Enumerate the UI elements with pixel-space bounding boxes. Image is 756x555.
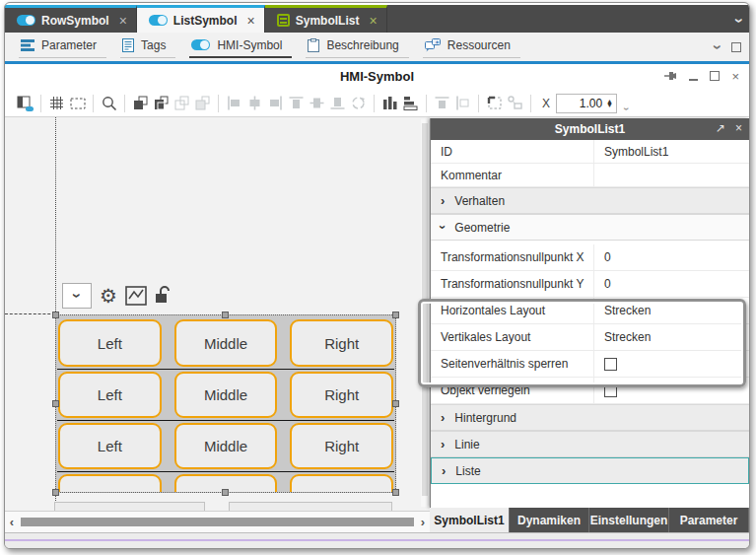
symbol-button[interactable]: Right xyxy=(290,319,393,367)
maximize-panel-icon[interactable] xyxy=(731,42,741,52)
minimize-icon[interactable] xyxy=(689,79,698,81)
tab-overflow-chevron-icon[interactable] xyxy=(736,12,741,30)
selection-handle-nw[interactable] xyxy=(52,312,59,318)
canvas-vertical-scrollbar[interactable] xyxy=(421,119,429,507)
scroll-left-arrow-icon[interactable]: ‹ xyxy=(5,515,19,529)
align-top-icon[interactable] xyxy=(286,94,307,113)
svg-text:✶: ✶ xyxy=(435,39,440,45)
selection-handle-ne[interactable] xyxy=(392,312,399,318)
toolbar-overflow-chevron-icon[interactable] xyxy=(625,104,628,116)
property-value[interactable]: SymbolList1 xyxy=(593,140,749,163)
close-icon[interactable] xyxy=(247,14,255,28)
zoom-icon[interactable] xyxy=(99,94,119,113)
tab-hmi-symbol[interactable]: HMI-Symbol xyxy=(189,36,292,58)
close-icon[interactable] xyxy=(119,14,127,28)
pop-out-icon[interactable] xyxy=(716,121,725,135)
panel-bottom-tabs: SymbolList1 Dynamiken Einstellungen Para… xyxy=(430,508,749,532)
send-backward-icon[interactable] xyxy=(172,94,192,113)
selection-handle-e[interactable] xyxy=(392,400,399,407)
spinner-arrows-icon[interactable]: ▲▼ xyxy=(606,100,613,107)
section-geometrie[interactable]: Geometrie xyxy=(431,214,749,241)
selection-handle-sw[interactable] xyxy=(52,489,59,496)
close-icon[interactable] xyxy=(731,70,739,83)
tab-beschreibung[interactable]: Beschreibung xyxy=(306,36,408,58)
tab-dynamiken[interactable]: Dynamiken xyxy=(510,508,589,532)
toggle-icon xyxy=(191,39,210,50)
rotate-icon[interactable] xyxy=(348,94,369,113)
group-icon[interactable] xyxy=(505,94,525,113)
match-width-icon[interactable] xyxy=(432,94,452,113)
pin-icon[interactable] xyxy=(663,69,677,83)
property-value[interactable]: Strecken xyxy=(593,298,749,323)
scrollbar-thumb[interactable] xyxy=(21,518,414,526)
maximize-icon[interactable] xyxy=(710,71,720,81)
grid-icon[interactable] xyxy=(46,94,67,113)
property-row-kommentar: Kommentar xyxy=(431,164,749,187)
bring-to-front-icon[interactable] xyxy=(130,94,151,113)
design-canvas[interactable]: ⚙ Left Middle Right xyxy=(5,117,430,511)
distribute-horizontal-icon[interactable] xyxy=(379,94,400,113)
tab-parameter[interactable]: Parameter xyxy=(19,36,106,58)
document-tab-symbollist[interactable]: SymbolList xyxy=(265,5,387,33)
symbol-button[interactable]: Middle xyxy=(174,372,278,418)
selection-handle-s[interactable] xyxy=(222,489,229,496)
lock-aspect-ratio-checkbox[interactable] xyxy=(604,358,617,371)
section-label: Linie xyxy=(454,438,479,451)
screenshot-stage: RowSymbol ListSymbol SymbolList Param xyxy=(0,0,756,555)
chevron-right-icon xyxy=(441,437,445,451)
selection-handle-n[interactable] xyxy=(222,312,229,318)
dynamics-trend-icon[interactable] xyxy=(125,286,147,306)
unlock-icon[interactable] xyxy=(155,285,172,307)
symbol-button[interactable]: Left xyxy=(58,319,162,367)
align-right-icon[interactable] xyxy=(265,94,286,113)
close-icon[interactable] xyxy=(735,121,742,135)
close-icon[interactable] xyxy=(369,14,377,28)
tab-parameter-bottom[interactable]: Parameter xyxy=(669,508,749,532)
object-dropdown[interactable] xyxy=(62,283,92,309)
symbol-button[interactable]: Right xyxy=(290,423,393,469)
gear-icon[interactable]: ⚙ xyxy=(100,286,117,306)
property-value[interactable]: 0 xyxy=(593,271,749,297)
selection-frame-icon[interactable] xyxy=(67,94,88,113)
tab-symbollist1[interactable]: SymbolList1 xyxy=(430,508,510,532)
property-value[interactable] xyxy=(593,164,749,186)
chevron-down-icon[interactable] xyxy=(715,38,720,56)
symbol-button[interactable]: Middle xyxy=(174,319,278,367)
tab-einstellungen[interactable]: Einstellungen xyxy=(589,508,669,532)
match-height-icon[interactable] xyxy=(452,94,473,113)
selected-symbol-list[interactable]: Left Middle Right Left Middle Right Left… xyxy=(55,314,396,493)
section-liste[interactable]: Liste xyxy=(431,457,749,484)
symbol-button[interactable]: Right xyxy=(290,474,393,492)
symbol-button[interactable]: Right xyxy=(290,372,393,418)
tab-ressourcen[interactable]: ✶ Ressourcen xyxy=(423,36,520,58)
tab-label: Tags xyxy=(141,38,166,52)
section-hintergrund[interactable]: Hintergrund xyxy=(431,404,749,431)
distribute-vertical-icon[interactable] xyxy=(400,94,421,113)
align-center-vertical-icon[interactable] xyxy=(244,94,265,113)
property-value[interactable]: Strecken xyxy=(593,324,749,350)
section-verhalten[interactable]: Verhalten xyxy=(431,187,749,214)
property-value[interactable]: 0 xyxy=(593,244,749,270)
canvas-horizontal-scrollbar[interactable]: ‹ › xyxy=(5,511,430,532)
zoom-factor-spinner[interactable]: 1.00 ▲▼ xyxy=(556,94,617,113)
symbol-button[interactable]: Left xyxy=(58,423,162,469)
selection-handle-w[interactable] xyxy=(52,400,59,407)
scroll-right-arrow-icon[interactable]: › xyxy=(416,515,430,529)
symbol-button[interactable]: Middle xyxy=(174,423,278,469)
align-bottom-icon[interactable] xyxy=(327,94,348,113)
align-left-icon[interactable] xyxy=(224,94,244,113)
align-middle-horizontal-icon[interactable] xyxy=(307,94,327,113)
tab-tags[interactable]: Tags xyxy=(120,36,175,58)
symbol-button[interactable]: Left xyxy=(58,474,162,492)
section-linie[interactable]: Linie xyxy=(431,431,749,457)
marquee-select-icon[interactable] xyxy=(484,94,505,113)
send-to-back-icon[interactable] xyxy=(192,94,213,113)
toggle-properties-icon[interactable] xyxy=(15,94,35,113)
lock-object-checkbox[interactable] xyxy=(604,384,617,397)
selection-handle-se[interactable] xyxy=(392,489,399,496)
symbol-button[interactable]: Left xyxy=(58,372,162,418)
document-tab-rowsymbol[interactable]: RowSymbol xyxy=(5,5,137,33)
document-tab-listsymbol[interactable]: ListSymbol xyxy=(137,5,265,33)
bring-forward-icon[interactable] xyxy=(151,94,172,113)
scrollbar-thumb[interactable] xyxy=(422,123,428,496)
